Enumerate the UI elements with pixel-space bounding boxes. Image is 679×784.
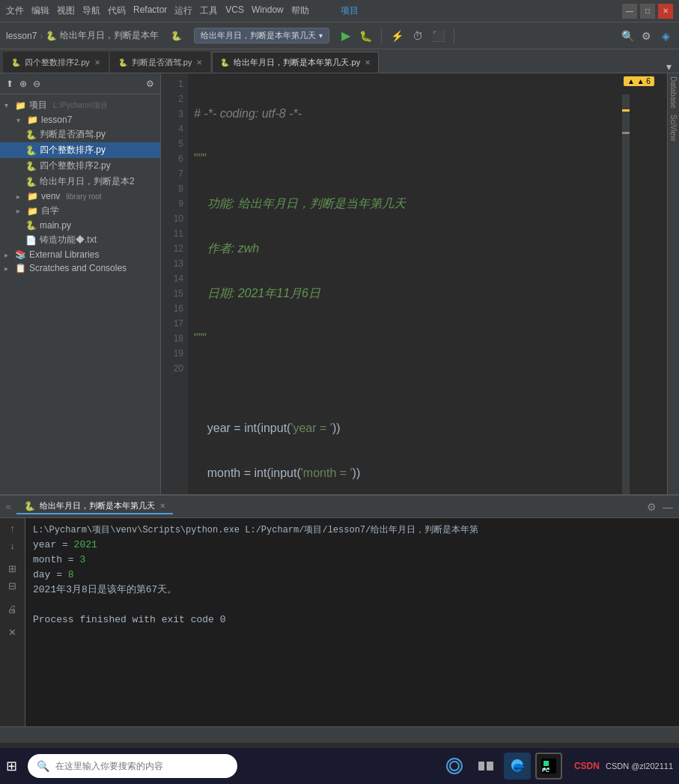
term-line-5 [33, 598, 672, 613]
sidebar-settings[interactable]: ⚙ [144, 77, 156, 91]
plugin-button[interactable]: ◈ [659, 28, 673, 43]
svg-rect-3 [487, 762, 493, 771]
breadcrumb-project[interactable]: lesson7 [6, 31, 37, 41]
menu-code[interactable]: 代码 [108, 4, 126, 17]
tree-arrow-scratches: ▸ [4, 264, 12, 273]
tree-label-sizheng: 四个整数排序.py [40, 144, 106, 157]
term-scroll-up[interactable]: ↑ [10, 523, 15, 534]
term-sidebar-btn4[interactable]: ✕ [8, 627, 16, 638]
run-button[interactable]: ▶ [338, 27, 353, 44]
tree-mainpy[interactable]: 🐍 main.py [0, 219, 160, 232]
term-line-0: L:\Pycharm\项目\venv\Scripts\python.exe L:… [33, 523, 672, 538]
sidebar-toolbar: ⬆ ⊕ ⊖ ⚙ [0, 73, 160, 94]
debug-button[interactable]: 🐛 [356, 28, 375, 43]
coverage-button[interactable]: ⚡ [388, 28, 407, 43]
tree-arrow-lesson7: ▾ [16, 116, 24, 124]
sidebar-collapse[interactable]: ⊖ [31, 77, 42, 91]
tree-zixue[interactable]: ▸ 📁 自学 [0, 203, 160, 219]
start-button[interactable]: ⊞ [6, 758, 17, 774]
tree-label-root: 项目 [29, 99, 47, 112]
sidebar-scroll-top[interactable]: ⬆ [4, 77, 15, 91]
tab-overflow-button[interactable]: ▾ [662, 61, 676, 73]
tree-venv[interactable]: ▸ 📁 venv library root [0, 189, 160, 203]
editor-tabs: 🐍 四个整数排序2.py ✕ 🐍 判断是否酒驾.py ✕ 🐍 给出年月日，判断是… [0, 49, 679, 73]
tree-panduan[interactable]: 🐍 判断是否酒驾.py [0, 127, 160, 142]
terminal-settings-button[interactable]: ⚙ [647, 501, 657, 513]
sidebar-expand[interactable]: ⊕ [18, 77, 28, 91]
taskbar-tray: CSDN CSDN @zl202111 [574, 761, 673, 771]
menu-edit[interactable]: 编辑 [31, 4, 49, 17]
code-editor[interactable]: # -*- coding: utf-8 -*- """ 功能: 给出年月日，判断… [188, 73, 622, 494]
warning-icon: ▲ [627, 77, 635, 85]
code-line-7 [194, 376, 616, 391]
tree-sizheng[interactable]: 🐍 四个整数排序.py [0, 142, 160, 158]
tree-txt[interactable]: 📄 铸造功能◆.txt [0, 232, 160, 248]
term-scroll-down[interactable]: ↓ [10, 540, 15, 551]
tree-root[interactable]: ▾ 📁 项目 L:\Pycharm\项目 [0, 97, 160, 113]
profile-button[interactable]: ⏱ [409, 28, 426, 43]
tab-sizhengshupaixu2[interactable]: 🐍 四个整数排序2.py ✕ [3, 52, 109, 73]
warning-badge[interactable]: ▲ ▲ 6 [624, 76, 654, 86]
tree-gechu[interactable]: 🐍 给出年月日，判断是本2 [0, 174, 160, 189]
toolbar-separator [381, 28, 382, 43]
tree-label-gechu: 给出年月日，判断是本2 [40, 175, 135, 188]
taskbar-search-input[interactable] [55, 761, 228, 771]
term-sidebar-btn1[interactable]: ⊞ [8, 563, 16, 574]
status-bar [0, 726, 679, 743]
tree-scratches[interactable]: ▸ 📋 Scratches and Consoles [0, 261, 160, 275]
terminal-tab-close[interactable]: ✕ [159, 502, 165, 510]
menu-window[interactable]: Window [252, 4, 284, 17]
menu-run[interactable]: 运行 [174, 4, 192, 17]
search-button[interactable]: 🔍 [621, 30, 634, 42]
stop-button[interactable]: ⬛ [429, 28, 448, 43]
terminal-minimize-button[interactable]: — [663, 501, 673, 513]
editor-area: 12345 678910 1112131415 1617181920 # -*-… [161, 73, 679, 494]
menu-tools[interactable]: 工具 [200, 4, 218, 17]
tree-external[interactable]: ▸ 📚 External Libraries [0, 248, 160, 261]
breadcrumb-file[interactable]: 给出年月日，判断是本年 [60, 29, 159, 42]
term-line-4: 2021年3月8日是该年的第67天。 [33, 583, 672, 598]
close-button[interactable]: ✕ [658, 4, 673, 19]
menu-bar: 文件 编辑 视图 导航 代码 Refactor 运行 工具 VCS Window… [6, 4, 309, 17]
menu-view[interactable]: 视图 [57, 4, 75, 17]
taskbar-app-cortana[interactable] [441, 753, 468, 780]
tree-sizheng2[interactable]: 🐍 四个整数排序2.py [0, 158, 160, 174]
code-line-6: """ [194, 331, 616, 346]
term-year-value: 2021 [74, 539, 97, 550]
tree-label-zixue: 自学 [41, 204, 59, 217]
editor-scrollbar[interactable] [622, 94, 630, 494]
run-configuration[interactable]: 给出年月日，判断是本年第几天 ▾ [194, 28, 329, 43]
line-numbers: 12345 678910 1112131415 1617181920 [161, 73, 188, 494]
menu-help[interactable]: 帮助 [291, 4, 309, 17]
code-line-3: 功能: 给出年月日，判断是当年第几天 [194, 196, 616, 211]
menu-vcs[interactable]: VCS [225, 4, 244, 17]
minimize-button[interactable]: — [622, 4, 637, 19]
run-icon-small: 🐍 [171, 31, 182, 41]
taskbar-app-pycharm[interactable]: PC [535, 753, 562, 780]
menu-refactor[interactable]: Refactor [133, 4, 167, 17]
tab-close-1[interactable]: ✕ [94, 58, 100, 67]
term-sidebar-btn2[interactable]: ⊟ [8, 580, 16, 592]
title-bar-left: 文件 编辑 视图 导航 代码 Refactor 运行 工具 VCS Window… [6, 4, 359, 17]
tab-close-3[interactable]: ✕ [365, 58, 371, 67]
term-sidebar-btn3[interactable]: 🖨 [7, 604, 17, 615]
code-line-1: # -*- coding: utf-8 -*- [194, 106, 616, 121]
settings-button[interactable]: ⚙ [639, 28, 654, 43]
database-label[interactable]: Database [669, 76, 678, 109]
menu-navigate[interactable]: 导航 [82, 4, 100, 17]
taskbar-app-taskview[interactable] [472, 753, 499, 780]
svg-text:PC: PC [542, 768, 549, 773]
tab-gechu[interactable]: 🐍 给出年月日，判断是本年第几天.py ✕ [212, 52, 379, 73]
maximize-button[interactable]: □ [640, 4, 655, 19]
tree-lesson7[interactable]: ▾ 📁 lesson7 [0, 113, 160, 127]
taskbar-app-edge[interactable] [504, 753, 531, 780]
tab-panduan[interactable]: 🐍 判断是否酒驾.py ✕ [110, 52, 211, 73]
folder-icon-zixue: 📁 [27, 206, 38, 216]
tab-close-2[interactable]: ✕ [196, 58, 202, 67]
svg-point-1 [450, 762, 459, 771]
tree-label-lesson7: lesson7 [41, 115, 72, 125]
sciview-label[interactable]: SciView [669, 115, 678, 141]
menu-file[interactable]: 文件 [6, 4, 24, 17]
tree-arrow-venv: ▸ [16, 192, 24, 201]
terminal-tab-gechu[interactable]: 🐍 给出年月日，判断是本年第几天 ✕ [16, 499, 173, 514]
